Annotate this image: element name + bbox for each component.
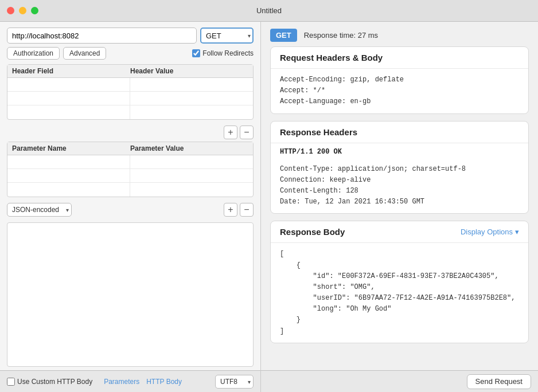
response-badge: GET — [270, 29, 297, 42]
bottom-tabs: Parameters HTTP Body — [100, 377, 185, 387]
params-table: Parameter Name Parameter Value — [7, 142, 254, 197]
response-headers-title: Response Headers — [280, 127, 357, 137]
utf-select[interactable]: UTF8 UTF16 Latin1 — [215, 375, 254, 389]
response-time-label: Response time: — [304, 31, 356, 40]
display-options-button[interactable]: Display Options ▾ — [461, 228, 519, 236]
url-input[interactable] — [7, 28, 197, 44]
table-row — [7, 78, 253, 92]
follow-redirects-text: Follow Redirects — [202, 49, 254, 57]
param-value-cell[interactable] — [130, 169, 253, 182]
method-select-wrapper: GET POST PUT DELETE PATCH HEAD OPTIONS ▾ — [200, 28, 254, 44]
param-table-actions: + − — [224, 203, 254, 217]
custom-body-text: Use Custom HTTP Body — [17, 378, 92, 386]
header-field-cell[interactable] — [7, 78, 130, 91]
display-options-chevron-icon: ▾ — [515, 228, 519, 236]
right-bottom-bar: Send Request — [261, 370, 538, 392]
bottom-bar: Use Custom HTTP Body Parameters HTTP Bod… — [0, 370, 260, 392]
custom-body-checkbox[interactable] — [7, 378, 15, 386]
response-top: GET Response time: 27 ms — [261, 22, 538, 46]
tab-http-body[interactable]: HTTP Body — [143, 377, 185, 387]
table-row — [7, 92, 253, 105]
table-row — [7, 105, 253, 119]
headers-table: Header Field Header Value — [7, 64, 254, 120]
http-status: HTTP/1.1 200 OK — [271, 143, 528, 158]
header-field-cell[interactable] — [7, 92, 130, 105]
headers-table-header: Header Field Header Value — [7, 65, 253, 78]
param-value-col: Parameter Value — [130, 144, 248, 152]
response-headers-card: Response Headers HTTP/1.1 200 OK Content… — [270, 121, 529, 214]
param-name-cell[interactable] — [7, 183, 130, 197]
param-value-cell[interactable] — [130, 155, 253, 168]
request-headers-card: Request Headers & Body Accept-Encoding: … — [270, 46, 529, 114]
header-value-cell[interactable] — [130, 105, 253, 119]
close-button[interactable] — [7, 7, 14, 14]
params-table-header: Parameter Name Parameter Value — [7, 142, 253, 155]
param-name-cell[interactable] — [7, 155, 130, 168]
method-select[interactable]: GET POST PUT DELETE PATCH HEAD OPTIONS — [200, 28, 254, 44]
response-body-card-header: Response Body Display Options ▾ — [271, 221, 528, 243]
add-param-button[interactable]: + — [224, 203, 237, 217]
main-layout: GET POST PUT DELETE PATCH HEAD OPTIONS ▾… — [0, 22, 538, 392]
header-table-actions: + − — [0, 123, 260, 142]
encoding-select-wrapper: JSON-encoded URL-encoded Multipart ▾ — [7, 203, 72, 217]
param-name-cell[interactable] — [7, 169, 130, 182]
response-body-content: [ { "id": "E00F372A-69EF-4831-93E7-37BE2… — [271, 243, 528, 343]
body-area[interactable] — [7, 222, 254, 367]
utf-select-wrapper: UTF8 UTF16 Latin1 ▾ — [215, 375, 254, 389]
titlebar: Untitled — [0, 0, 538, 22]
tab-parameters[interactable]: Parameters — [100, 377, 143, 387]
window-controls — [7, 7, 38, 14]
response-headers-card-header: Response Headers — [271, 121, 528, 143]
remove-param-button[interactable]: − — [240, 203, 254, 217]
table-row — [7, 183, 253, 197]
header-value-cell[interactable] — [130, 92, 253, 105]
toolbar-area: Authorization Advanced Follow Redirects — [0, 47, 260, 64]
follow-redirects-label: Follow Redirects — [192, 49, 254, 57]
response-time-value: 27 ms — [358, 31, 378, 40]
header-value-cell[interactable] — [130, 78, 253, 91]
header-field-col: Header Field — [12, 67, 130, 75]
request-headers-card-header: Request Headers & Body — [271, 47, 528, 69]
response-time: Response time: 27 ms — [304, 31, 378, 40]
request-headers-title: Request Headers & Body — [280, 53, 383, 62]
follow-redirects-checkbox[interactable] — [192, 49, 200, 57]
header-field-cell[interactable] — [7, 105, 130, 119]
left-panel: GET POST PUT DELETE PATCH HEAD OPTIONS ▾… — [0, 22, 261, 392]
url-area: GET POST PUT DELETE PATCH HEAD OPTIONS ▾ — [0, 22, 260, 47]
table-row — [7, 155, 253, 169]
header-value-col: Header Value — [130, 67, 248, 75]
param-value-cell[interactable] — [130, 183, 253, 197]
response-body-card: Response Body Display Options ▾ [ { "id"… — [270, 221, 529, 343]
custom-body-label: Use Custom HTTP Body — [7, 378, 92, 386]
response-body-title: Response Body — [280, 227, 345, 237]
remove-header-button[interactable]: − — [240, 126, 254, 139]
encoding-actions-row: JSON-encoded URL-encoded Multipart ▾ + − — [0, 201, 260, 219]
minimize-button[interactable] — [19, 7, 26, 14]
response-headers-body: Content-Type: application/json; charset=… — [271, 158, 528, 214]
encoding-select[interactable]: JSON-encoded URL-encoded Multipart — [7, 203, 72, 217]
send-request-button[interactable]: Send Request — [467, 374, 531, 389]
table-row — [7, 169, 253, 183]
add-header-button[interactable]: + — [224, 126, 237, 139]
window-title: Untitled — [256, 6, 282, 15]
param-name-col: Parameter Name — [12, 144, 130, 152]
authorization-button[interactable]: Authorization — [7, 47, 60, 60]
right-scroll: Request Headers & Body Accept-Encoding: … — [261, 46, 538, 370]
request-headers-body: Accept-Encoding: gzip, deflate Accept: *… — [271, 69, 528, 113]
display-options-label: Display Options — [461, 228, 513, 236]
advanced-button[interactable]: Advanced — [63, 47, 106, 60]
maximize-button[interactable] — [31, 7, 38, 14]
right-panel: GET Response time: 27 ms Request Headers… — [261, 22, 538, 392]
